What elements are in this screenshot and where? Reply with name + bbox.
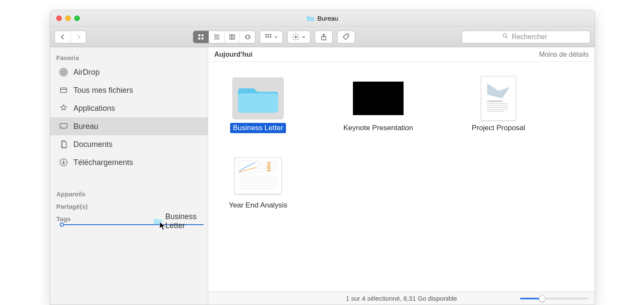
sidebar-item-applications[interactable]: Applications <box>50 99 208 117</box>
svg-rect-10 <box>268 34 269 35</box>
svg-rect-1 <box>198 34 200 37</box>
slider-knob[interactable] <box>539 295 546 302</box>
coverflow-view-button[interactable] <box>240 31 255 43</box>
svg-rect-46 <box>267 165 270 166</box>
status-bar: 1 sur 4 sélectionné, 8,31 Go disponible <box>208 292 595 305</box>
search-field[interactable]: Rechercher <box>462 30 590 43</box>
all-files-icon <box>59 85 68 95</box>
svg-point-19 <box>63 71 65 73</box>
file-item[interactable]: Project Proposal <box>460 77 537 133</box>
svg-rect-32 <box>487 111 504 112</box>
sidebar-item-documents[interactable]: Documents <box>50 135 208 153</box>
tags-button[interactable] <box>337 30 355 43</box>
svg-rect-27 <box>487 101 502 102</box>
svg-rect-14 <box>270 36 271 37</box>
close-window-button[interactable] <box>56 15 62 21</box>
documents-icon <box>59 140 68 149</box>
svg-rect-4 <box>202 37 204 40</box>
drag-line <box>62 224 204 225</box>
svg-rect-25 <box>238 93 278 113</box>
keynote-icon <box>352 77 404 119</box>
icon-view-button[interactable] <box>193 31 209 43</box>
arrange-menu-button[interactable] <box>260 30 283 43</box>
search-placeholder: Rechercher <box>512 33 547 41</box>
svg-rect-2 <box>202 34 204 37</box>
column-view-button[interactable] <box>224 31 240 43</box>
forward-button[interactable] <box>70 31 86 43</box>
svg-rect-22 <box>61 88 67 93</box>
airdrop-icon <box>59 67 68 77</box>
sidebar-item-label: Tous mes fichiers <box>73 86 133 95</box>
sidebar-item-label: AirDrop <box>73 68 100 77</box>
toggle-details[interactable]: Moins de détails <box>539 51 589 58</box>
file-item[interactable]: Keynote Presentation <box>340 77 417 133</box>
window-body: Favoris AirDrop Tous mes fichiers Applic… <box>50 47 595 305</box>
spreadsheet-icon <box>232 155 284 197</box>
sidebar-item-label: Applications <box>73 104 115 113</box>
svg-rect-0 <box>307 17 314 21</box>
view-mode-buttons <box>193 30 255 43</box>
nav-buttons <box>55 30 86 43</box>
file-name: Project Proposal <box>469 123 528 133</box>
file-name: Business Letter <box>230 123 286 133</box>
svg-marker-26 <box>487 83 510 98</box>
file-item[interactable]: Year End Analysis <box>219 155 297 210</box>
svg-rect-47 <box>267 167 270 168</box>
sidebar-item-label: Documents <box>73 140 112 149</box>
svg-rect-9 <box>265 34 267 35</box>
sidebar-item-all-files[interactable]: Tous mes fichiers <box>50 81 208 99</box>
status-text: 1 sur 4 sélectionné, 8,31 Go disponible <box>346 295 457 302</box>
sidebar-item-downloads[interactable]: Téléchargements <box>50 153 208 171</box>
sidebar-item-label: Téléchargements <box>73 158 133 167</box>
minimize-window-button[interactable] <box>65 15 71 21</box>
sidebar: Favoris AirDrop Tous mes fichiers Applic… <box>50 47 208 305</box>
content-area: Aujourd'hui Moins de détails Business Le… <box>208 47 595 305</box>
svg-rect-48 <box>267 170 270 171</box>
folder-icon <box>307 15 314 21</box>
folder-icon <box>232 77 284 119</box>
sidebar-item-desktop[interactable]: Bureau <box>50 117 208 135</box>
slider-track <box>520 298 589 299</box>
desktop-icon <box>59 122 68 131</box>
downloads-icon <box>59 158 68 167</box>
sidebar-item-label: Bureau <box>73 122 98 131</box>
finder-window: Bureau <box>50 10 595 305</box>
svg-rect-3 <box>198 37 200 40</box>
window-controls <box>56 15 80 21</box>
svg-rect-28 <box>487 103 508 104</box>
svg-rect-7 <box>233 34 234 39</box>
document-icon <box>473 77 524 119</box>
back-button[interactable] <box>55 31 70 43</box>
icon-grid[interactable]: Business Letter Keynote Presentation <box>208 62 595 292</box>
zoom-window-button[interactable] <box>74 15 80 21</box>
sidebar-heading-devices: Appareils <box>50 187 208 199</box>
window-title: Bureau <box>50 10 595 26</box>
action-menu-button[interactable] <box>287 30 310 43</box>
svg-rect-13 <box>268 36 269 37</box>
search-icon <box>502 33 509 41</box>
svg-point-17 <box>347 35 348 36</box>
svg-rect-12 <box>265 36 267 37</box>
svg-point-20 <box>61 70 66 75</box>
titlebar: Bureau <box>50 10 595 27</box>
toolbar: Rechercher <box>50 27 595 47</box>
sidebar-heading-tags: Tags <box>50 212 208 224</box>
sidebar-heading-favorites: Favoris <box>50 51 208 63</box>
svg-rect-33 <box>238 161 258 173</box>
sidebar-item-airdrop[interactable]: AirDrop <box>50 63 208 81</box>
window-title-text: Bureau <box>317 15 338 22</box>
share-button[interactable] <box>315 30 333 43</box>
svg-rect-29 <box>487 105 508 106</box>
sidebar-heading-shared: Partagé(s) <box>50 199 208 212</box>
icon-size-slider[interactable] <box>520 296 589 302</box>
file-item[interactable]: Business Letter <box>219 77 297 133</box>
content-header: Aujourd'hui Moins de détails <box>208 47 595 62</box>
svg-rect-23 <box>60 124 67 128</box>
file-name: Keynote Presentation <box>341 123 416 133</box>
svg-rect-11 <box>270 34 271 35</box>
applications-icon <box>59 104 68 113</box>
svg-rect-8 <box>246 35 249 39</box>
list-view-button[interactable] <box>209 31 224 43</box>
group-label: Aujourd'hui <box>214 51 252 58</box>
svg-point-18 <box>503 34 506 37</box>
